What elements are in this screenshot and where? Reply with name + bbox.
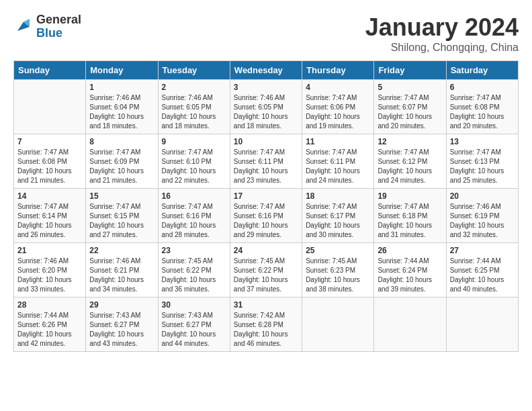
header-cell-thursday: Thursday xyxy=(302,61,374,80)
day-info: Sunrise: 7:47 AM Sunset: 6:17 PM Dayligh… xyxy=(306,202,370,240)
day-info: Sunrise: 7:45 AM Sunset: 6:22 PM Dayligh… xyxy=(234,257,298,294)
day-info: Sunrise: 7:47 AM Sunset: 6:13 PM Dayligh… xyxy=(450,148,515,185)
day-info: Sunrise: 7:47 AM Sunset: 6:07 PM Dayligh… xyxy=(378,93,442,131)
header-cell-saturday: Saturday xyxy=(446,61,518,80)
day-number: 14 xyxy=(17,191,82,201)
week-row-4: 21Sunrise: 7:46 AM Sunset: 6:20 PM Dayli… xyxy=(14,243,519,298)
day-number: 9 xyxy=(162,137,226,146)
day-info: Sunrise: 7:46 AM Sunset: 6:19 PM Dayligh… xyxy=(450,202,515,240)
day-number: 4 xyxy=(306,83,370,92)
day-info: Sunrise: 7:47 AM Sunset: 6:14 PM Dayligh… xyxy=(17,202,82,240)
day-info: Sunrise: 7:46 AM Sunset: 6:21 PM Dayligh… xyxy=(89,257,154,294)
day-number: 21 xyxy=(17,246,82,255)
calendar-cell: 3Sunrise: 7:46 AM Sunset: 6:05 PM Daylig… xyxy=(230,80,302,134)
day-number: 22 xyxy=(89,246,154,255)
day-info: Sunrise: 7:47 AM Sunset: 6:08 PM Dayligh… xyxy=(450,93,515,131)
day-info: Sunrise: 7:47 AM Sunset: 6:11 PM Dayligh… xyxy=(306,148,370,185)
calendar-cell: 21Sunrise: 7:46 AM Sunset: 6:20 PM Dayli… xyxy=(14,243,86,298)
day-number: 17 xyxy=(234,191,298,201)
calendar-cell: 10Sunrise: 7:47 AM Sunset: 6:11 PM Dayli… xyxy=(230,134,302,189)
day-number: 19 xyxy=(378,191,442,201)
day-info: Sunrise: 7:47 AM Sunset: 6:06 PM Dayligh… xyxy=(306,93,370,131)
day-info: Sunrise: 7:46 AM Sunset: 6:05 PM Dayligh… xyxy=(234,93,298,131)
day-info: Sunrise: 7:43 AM Sunset: 6:27 PM Dayligh… xyxy=(89,311,154,349)
calendar-cell: 26Sunrise: 7:44 AM Sunset: 6:24 PM Dayli… xyxy=(374,243,446,298)
day-number: 20 xyxy=(450,191,515,201)
calendar-cell: 31Sunrise: 7:42 AM Sunset: 6:28 PM Dayli… xyxy=(230,298,302,352)
day-info: Sunrise: 7:45 AM Sunset: 6:23 PM Dayligh… xyxy=(306,257,370,294)
day-info: Sunrise: 7:44 AM Sunset: 6:25 PM Dayligh… xyxy=(450,257,515,294)
day-info: Sunrise: 7:47 AM Sunset: 6:16 PM Dayligh… xyxy=(162,202,226,240)
day-number: 1 xyxy=(89,83,154,92)
calendar-cell: 22Sunrise: 7:46 AM Sunset: 6:21 PM Dayli… xyxy=(86,243,158,298)
calendar-cell: 17Sunrise: 7:47 AM Sunset: 6:16 PM Dayli… xyxy=(230,189,302,243)
calendar-cell: 6Sunrise: 7:47 AM Sunset: 6:08 PM Daylig… xyxy=(446,80,518,134)
day-number: 2 xyxy=(162,83,226,92)
day-info: Sunrise: 7:47 AM Sunset: 6:15 PM Dayligh… xyxy=(89,202,154,240)
day-number: 15 xyxy=(89,191,154,201)
day-number: 7 xyxy=(17,137,82,146)
calendar-cell: 25Sunrise: 7:45 AM Sunset: 6:23 PM Dayli… xyxy=(302,243,374,298)
day-info: Sunrise: 7:47 AM Sunset: 6:09 PM Dayligh… xyxy=(89,148,154,185)
calendar-cell xyxy=(446,298,518,352)
calendar-cell: 18Sunrise: 7:47 AM Sunset: 6:17 PM Dayli… xyxy=(302,189,374,243)
day-number: 16 xyxy=(162,191,226,201)
calendar-cell: 2Sunrise: 7:46 AM Sunset: 6:05 PM Daylig… xyxy=(158,80,230,134)
day-info: Sunrise: 7:44 AM Sunset: 6:24 PM Dayligh… xyxy=(378,257,442,294)
header-cell-tuesday: Tuesday xyxy=(158,61,230,80)
week-row-5: 28Sunrise: 7:44 AM Sunset: 6:26 PM Dayli… xyxy=(14,298,519,352)
day-info: Sunrise: 7:45 AM Sunset: 6:22 PM Dayligh… xyxy=(162,257,226,294)
day-number: 13 xyxy=(450,137,515,146)
day-number: 11 xyxy=(306,137,370,146)
month-title: January 2024 xyxy=(365,13,519,42)
logo-line1: General xyxy=(36,13,81,27)
logo-icon xyxy=(13,17,34,37)
day-info: Sunrise: 7:47 AM Sunset: 6:12 PM Dayligh… xyxy=(378,148,442,185)
day-info: Sunrise: 7:46 AM Sunset: 6:05 PM Dayligh… xyxy=(162,93,226,131)
calendar-cell: 23Sunrise: 7:45 AM Sunset: 6:22 PM Dayli… xyxy=(158,243,230,298)
day-number: 26 xyxy=(378,246,442,255)
calendar-cell: 8Sunrise: 7:47 AM Sunset: 6:09 PM Daylig… xyxy=(86,134,158,189)
day-info: Sunrise: 7:47 AM Sunset: 6:08 PM Dayligh… xyxy=(17,148,82,185)
calendar-cell: 29Sunrise: 7:43 AM Sunset: 6:27 PM Dayli… xyxy=(86,298,158,352)
day-info: Sunrise: 7:47 AM Sunset: 6:18 PM Dayligh… xyxy=(378,202,442,240)
day-number: 6 xyxy=(450,83,515,92)
calendar-cell xyxy=(14,80,86,134)
calendar-cell: 19Sunrise: 7:47 AM Sunset: 6:18 PM Dayli… xyxy=(374,189,446,243)
calendar-cell: 7Sunrise: 7:47 AM Sunset: 6:08 PM Daylig… xyxy=(14,134,86,189)
header-cell-sunday: Sunday xyxy=(14,61,86,80)
day-info: Sunrise: 7:44 AM Sunset: 6:26 PM Dayligh… xyxy=(17,311,82,349)
logo: General Blue xyxy=(13,13,81,40)
day-info: Sunrise: 7:47 AM Sunset: 6:11 PM Dayligh… xyxy=(234,148,298,185)
calendar-header: SundayMondayTuesdayWednesdayThursdayFrid… xyxy=(14,61,519,80)
day-number: 28 xyxy=(17,300,82,310)
day-number: 10 xyxy=(234,137,298,146)
calendar-cell: 1Sunrise: 7:46 AM Sunset: 6:04 PM Daylig… xyxy=(86,80,158,134)
header-cell-friday: Friday xyxy=(374,61,446,80)
week-row-1: 1Sunrise: 7:46 AM Sunset: 6:04 PM Daylig… xyxy=(14,80,519,134)
header-row: SundayMondayTuesdayWednesdayThursdayFrid… xyxy=(14,61,519,80)
day-number: 24 xyxy=(234,246,298,255)
location-subtitle: Shilong, Chongqing, China xyxy=(365,42,519,54)
calendar-cell xyxy=(302,298,374,352)
day-number: 3 xyxy=(234,83,298,92)
day-number: 27 xyxy=(450,246,515,255)
calendar-cell: 20Sunrise: 7:46 AM Sunset: 6:19 PM Dayli… xyxy=(446,189,518,243)
day-info: Sunrise: 7:46 AM Sunset: 6:20 PM Dayligh… xyxy=(17,257,82,294)
header-cell-wednesday: Wednesday xyxy=(230,61,302,80)
calendar-cell: 12Sunrise: 7:47 AM Sunset: 6:12 PM Dayli… xyxy=(374,134,446,189)
logo-line2: Blue xyxy=(36,27,81,40)
calendar-cell: 30Sunrise: 7:43 AM Sunset: 6:27 PM Dayli… xyxy=(158,298,230,352)
calendar-cell: 9Sunrise: 7:47 AM Sunset: 6:10 PM Daylig… xyxy=(158,134,230,189)
day-info: Sunrise: 7:43 AM Sunset: 6:27 PM Dayligh… xyxy=(162,311,226,349)
day-number: 30 xyxy=(162,300,226,310)
day-number: 8 xyxy=(89,137,154,146)
day-info: Sunrise: 7:42 AM Sunset: 6:28 PM Dayligh… xyxy=(234,311,298,349)
day-number: 12 xyxy=(378,137,442,146)
day-number: 23 xyxy=(162,246,226,255)
header-cell-monday: Monday xyxy=(86,61,158,80)
day-info: Sunrise: 7:46 AM Sunset: 6:04 PM Dayligh… xyxy=(89,93,154,131)
calendar-cell: 14Sunrise: 7:47 AM Sunset: 6:14 PM Dayli… xyxy=(14,189,86,243)
day-number: 31 xyxy=(234,300,298,310)
calendar-cell: 5Sunrise: 7:47 AM Sunset: 6:07 PM Daylig… xyxy=(374,80,446,134)
